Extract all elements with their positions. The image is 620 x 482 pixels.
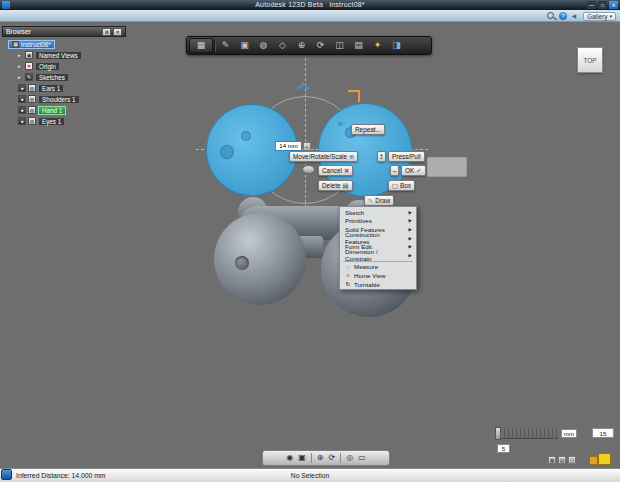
units-select[interactable]: mm	[561, 429, 577, 438]
dimension-lock-icon[interactable]: ▪	[303, 142, 311, 151]
close-button[interactable]: ✕	[609, 1, 618, 9]
dimension-input[interactable]	[275, 141, 302, 151]
primitive-sphere-icon[interactable]: ◍	[254, 37, 273, 54]
submenu-arrow-icon: ▶	[409, 210, 412, 215]
expander-icon[interactable]: ▸	[18, 74, 23, 80]
tree-item-shoulders[interactable]: ● ◍ Shoulders 1	[18, 94, 80, 104]
zoom-icon[interactable]: ◎	[346, 451, 353, 465]
view-toolbar: ◉ ▣ ⊕ ⟳ ◎ ▭	[262, 450, 390, 466]
named-views-icon: ▣	[25, 51, 33, 59]
ok-dash-button[interactable]: –	[390, 165, 399, 176]
snap-value-input[interactable]: 5	[497, 444, 510, 453]
color-swatch-yellow[interactable]	[598, 453, 611, 465]
eye-icon[interactable]: ●	[18, 95, 26, 103]
repeat-button[interactable]: Repeat...	[351, 124, 385, 135]
revolve-icon[interactable]: ⟳	[311, 37, 330, 54]
color-swatch-orange[interactable]	[589, 456, 598, 465]
move-icon[interactable]: ⊕	[292, 37, 311, 54]
part-doc-icon: ▦	[12, 41, 19, 48]
browser-title: Browser	[6, 27, 31, 36]
material-icon[interactable]: ✦	[368, 37, 387, 54]
layers-toggle-icon[interactable]: ◳	[568, 456, 576, 464]
combine-icon[interactable]: ◫	[330, 37, 349, 54]
marking-menu-center[interactable]	[302, 165, 315, 174]
menu-item-turntable[interactable]: ↻Turntable	[340, 280, 416, 289]
tree-item-sketches[interactable]: ▸ ✎ Sketches	[18, 72, 69, 82]
eye-icon[interactable]: ●	[18, 84, 26, 92]
snapshot-icon[interactable]: ◨	[387, 37, 406, 54]
viewcube[interactable]: TOP	[577, 47, 603, 73]
tree-item-eyes[interactable]: ● ◍ Eyes 1	[18, 116, 65, 126]
pan-icon[interactable]: ⊕	[317, 451, 324, 465]
primitive-cylinder-icon[interactable]: ◇	[273, 37, 292, 54]
move-rotate-scale-button[interactable]: Move/Rotate/Scale⊕	[289, 151, 358, 162]
tree-root-pill[interactable]: ▦instruct06*	[8, 40, 55, 49]
menu-item-dimension-constrain[interactable]: Dimension / Constrain▶	[340, 251, 416, 260]
eye-icon[interactable]: ●	[18, 106, 26, 114]
measure-icon: ▱	[345, 264, 351, 270]
tooltip-ghost	[427, 157, 467, 177]
camera-icon[interactable]: ▣	[298, 451, 306, 465]
draw-button[interactable]: ✎Draw	[364, 195, 394, 206]
gallery-label: Gallery	[587, 13, 608, 20]
cancel-button[interactable]: Cancel✕	[318, 165, 353, 176]
tree-item-root[interactable]: ▦instruct06*	[8, 39, 55, 49]
orbit-icon[interactable]: ⟳	[329, 451, 336, 465]
menu-item-measure[interactable]: ▱Measure	[340, 263, 416, 272]
help-icon[interactable]: ?	[559, 12, 567, 20]
browser-menu-button[interactable]: ≣	[102, 28, 111, 36]
menu-item-home-view[interactable]: ⌂Home View	[340, 271, 416, 280]
primitive-box-icon[interactable]: ▣	[235, 37, 254, 54]
box-button[interactable]: ▢Box	[388, 180, 415, 191]
dash-icon: –	[393, 167, 397, 174]
menubar: ? ◀ Gallery ▾	[0, 10, 620, 22]
delete-button[interactable]: Delete▤	[318, 180, 353, 191]
fit-view-icon[interactable]: ▭	[358, 451, 366, 465]
menu-item-construction-features[interactable]: Construction Features▶	[340, 234, 416, 243]
model-nub[interactable]	[235, 256, 249, 270]
selection-status-label: No Selection	[240, 472, 380, 479]
toolbar-divider	[311, 453, 312, 463]
arrow-up-icon[interactable]	[297, 82, 310, 95]
scale-ruler-handle[interactable]	[495, 427, 501, 440]
pattern-icon[interactable]: ▤	[349, 37, 368, 54]
gallery-button[interactable]: Gallery ▾	[583, 12, 616, 21]
sketch-icon[interactable]: ✎	[216, 37, 235, 54]
app-status-icon[interactable]	[1, 469, 12, 480]
snap-toggle-icon[interactable]: ▦	[548, 456, 556, 464]
origin-hidden-icon[interactable]: ✕	[25, 62, 33, 70]
ok-button[interactable]: OK✓	[401, 165, 426, 176]
primitives-menu-button[interactable]: ▦	[189, 38, 213, 53]
tree-item-hand[interactable]: ● ◍ Hand 1	[18, 105, 66, 115]
grid-size-input[interactable]: 15	[592, 428, 614, 438]
minimize-button[interactable]: —	[587, 1, 596, 9]
sketch-bump	[220, 145, 234, 159]
scale-ruler[interactable]	[496, 429, 558, 439]
browser-close-button[interactable]: ✕	[113, 28, 122, 36]
grid-toggle-icon[interactable]: ▤	[558, 456, 566, 464]
search-icon[interactable]	[547, 12, 554, 19]
maximize-button[interactable]: □	[598, 1, 607, 9]
expander-icon[interactable]: ▸	[18, 52, 23, 58]
sketch-bump	[241, 131, 251, 141]
nav-back-icon[interactable]: ◀	[571, 12, 576, 19]
tree-item-named-views[interactable]: ▸ ▣ Named Views	[18, 50, 82, 60]
eye-icon[interactable]: ●	[18, 117, 26, 125]
record-icon[interactable]: ◉	[286, 451, 293, 465]
titlebar: Autodesk 123D Beta instruct08* — □ ✕	[0, 0, 620, 10]
cancel-icon: ✕	[344, 167, 349, 175]
press-pull-button[interactable]: Press/Pull	[388, 151, 425, 162]
context-menu: Sketch▶ Primitives▶ Solid Features▶ Cons…	[339, 206, 417, 290]
pencil-icon: ✎	[368, 197, 373, 205]
body-icon: ◍	[28, 106, 36, 114]
model-sphere-left[interactable]	[214, 213, 306, 305]
menu-item-sketch[interactable]: Sketch▶	[340, 208, 416, 217]
tree-item-origin[interactable]: ▸ ✕ Origin	[18, 61, 60, 71]
move-icon: ⊕	[349, 153, 354, 161]
press-pull-icon-button[interactable]: ↥	[377, 151, 386, 162]
menu-item-primitives[interactable]: Primitives▶	[340, 217, 416, 226]
arrow-right-icon[interactable]: »	[337, 117, 343, 129]
selection-corner-icon	[358, 90, 360, 102]
expander-icon[interactable]: ▸	[18, 63, 23, 69]
tree-item-ears[interactable]: ● ◍ Ears 1	[18, 83, 64, 93]
